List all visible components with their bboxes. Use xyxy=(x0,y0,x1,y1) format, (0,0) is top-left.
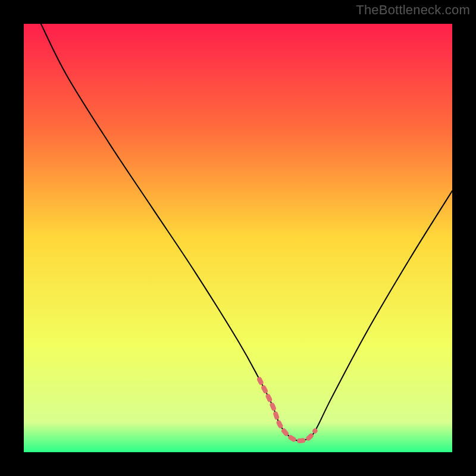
chart-svg xyxy=(24,24,452,452)
attribution-label: TheBottleneck.com xyxy=(356,2,470,18)
plot-area xyxy=(24,24,452,452)
chart-container: TheBottleneck.com xyxy=(0,0,476,476)
gradient-background xyxy=(24,24,452,452)
